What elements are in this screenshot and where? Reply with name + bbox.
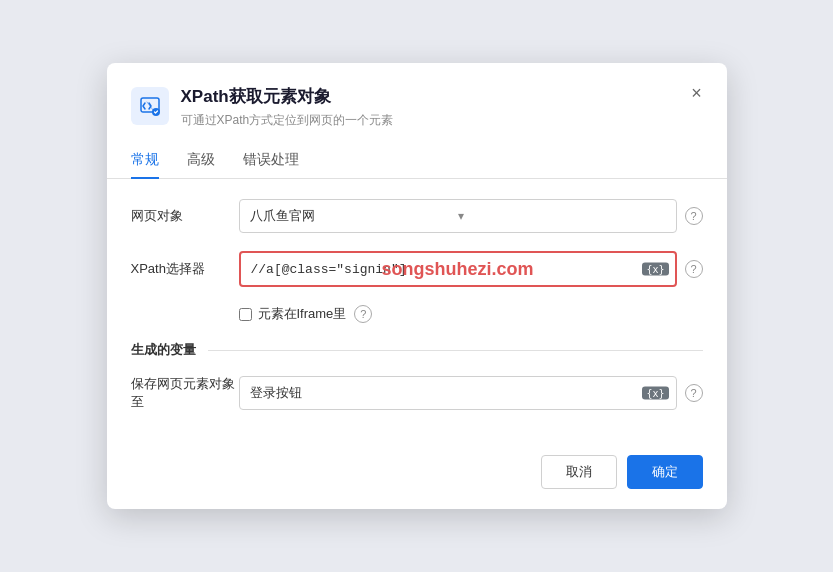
xpath-input-wrapper: songshuhezi.com {x}	[239, 251, 677, 287]
dialog-subtitle: 可通过XPath方式定位到网页的一个元素	[181, 112, 703, 129]
iframe-checkbox[interactable]	[239, 308, 252, 321]
section-divider: 生成的变量	[131, 341, 703, 359]
webpage-select[interactable]: 八爪鱼官网 ▾	[239, 199, 677, 233]
tab-general[interactable]: 常规	[131, 143, 159, 179]
dialog-title: XPath获取元素对象	[181, 85, 703, 108]
divider-line	[208, 350, 703, 351]
dialog-header: XPath获取元素对象 可通过XPath方式定位到网页的一个元素 ×	[107, 63, 727, 143]
tab-error-handling[interactable]: 错误处理	[243, 143, 299, 179]
save-row: 保存网页元素对象至 {x} ?	[131, 375, 703, 411]
iframe-label: 元素在Iframe里	[258, 305, 347, 323]
save-help-icon[interactable]: ?	[685, 384, 703, 402]
dialog-icon	[131, 87, 169, 125]
xpath-badge-icon[interactable]: {x}	[642, 263, 668, 276]
close-button[interactable]: ×	[685, 81, 709, 105]
webpage-row: 网页对象 八爪鱼官网 ▾ ?	[131, 199, 703, 233]
dialog-body: 网页对象 八爪鱼官网 ▾ ? XPath选择器 songshuhezi.com …	[107, 179, 727, 443]
save-control: {x} ?	[239, 376, 703, 410]
iframe-help-icon[interactable]: ?	[354, 305, 372, 323]
xpath-row: XPath选择器 songshuhezi.com {x} ?	[131, 251, 703, 287]
cancel-button[interactable]: 取消	[541, 455, 617, 489]
confirm-button[interactable]: 确定	[627, 455, 703, 489]
xpath-dialog: XPath获取元素对象 可通过XPath方式定位到网页的一个元素 × 常规 高级…	[107, 63, 727, 509]
webpage-control: 八爪鱼官网 ▾ ?	[239, 199, 703, 233]
tab-bar: 常规 高级 错误处理	[107, 143, 727, 179]
xpath-input[interactable]	[239, 251, 677, 287]
save-input[interactable]	[239, 376, 677, 410]
xpath-icon	[139, 95, 161, 117]
xpath-help-icon[interactable]: ?	[685, 260, 703, 278]
select-arrow-icon: ▾	[458, 209, 666, 223]
xpath-control: songshuhezi.com {x} ?	[239, 251, 703, 287]
save-label: 保存网页元素对象至	[131, 375, 239, 411]
webpage-help-icon[interactable]: ?	[685, 207, 703, 225]
tab-advanced[interactable]: 高级	[187, 143, 215, 179]
webpage-label: 网页对象	[131, 207, 239, 225]
xpath-label: XPath选择器	[131, 260, 239, 278]
save-input-wrapper: {x}	[239, 376, 677, 410]
dialog-footer: 取消 确定	[107, 443, 727, 509]
save-badge-icon[interactable]: {x}	[642, 387, 668, 400]
webpage-value: 八爪鱼官网	[250, 207, 458, 225]
iframe-row: 元素在Iframe里 ?	[239, 305, 703, 323]
title-area: XPath获取元素对象 可通过XPath方式定位到网页的一个元素	[181, 85, 703, 129]
section-label: 生成的变量	[131, 341, 196, 359]
